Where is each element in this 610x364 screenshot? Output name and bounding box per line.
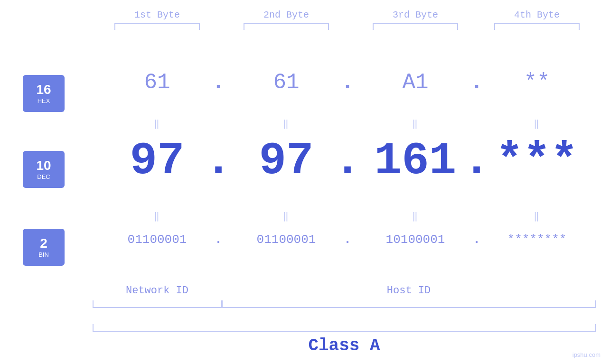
host-id-section: Host ID: [222, 285, 596, 308]
dec-badge-number: 10: [36, 159, 51, 172]
watermark-text: ipshu.com: [572, 351, 601, 358]
byte-title-4: 4th Byte: [514, 9, 560, 20]
eq1-2: ‖: [222, 118, 351, 130]
bin-val-2-group: 01100001: [222, 233, 351, 247]
hex-val-3: A1: [402, 70, 428, 95]
network-id-bracket: [93, 300, 222, 308]
main-diagram: 1st Byte 2nd Byte 3rd Byte 4th Byte 16 H…: [0, 0, 610, 364]
byte-header-2: 2nd Byte: [222, 9, 351, 30]
class-label-row: Class A: [93, 336, 596, 355]
byte-header-3: 3rd Byte: [351, 9, 480, 30]
dec-val-2: 97: [259, 135, 313, 187]
dec-val-4-group: ***: [480, 135, 594, 187]
eq2-1: ‖: [93, 210, 222, 222]
eq2-3: ‖: [351, 210, 480, 222]
eq1-3: ‖: [351, 118, 480, 130]
dec-val-1-group: 97: [93, 135, 222, 187]
hex-val-3-group: A1: [351, 70, 480, 95]
dec-val-3-group: 161: [351, 135, 480, 187]
hex-val-4-group: **: [480, 70, 594, 95]
bin-badge: 2 BIN: [23, 229, 65, 266]
hex-val-1-group: 61: [93, 70, 222, 95]
dec-val-3: 161: [375, 135, 457, 187]
byte-title-2: 2nd Byte: [263, 9, 309, 20]
eq1-1: ‖: [93, 118, 222, 130]
bin-val-4-group: ********: [480, 233, 594, 247]
hex-badge-label: HEX: [38, 97, 50, 104]
eq2-4: ‖: [480, 210, 594, 222]
dec-val-2-group: 97: [222, 135, 351, 187]
byte-title-1: 1st Byte: [134, 9, 180, 20]
hex-val-1: 61: [144, 70, 170, 95]
eq1-4: ‖: [480, 118, 594, 130]
network-id-section: Network ID: [93, 285, 222, 308]
network-id-label: Network ID: [126, 285, 188, 297]
dec-badge-label: DEC: [37, 173, 50, 180]
hex-val-2: 61: [273, 70, 299, 95]
watermark: ipshu.com: [572, 351, 601, 359]
dec-val-4: ***: [496, 135, 578, 187]
bin-badge-label: BIN: [38, 251, 49, 258]
bin-val-4: ********: [507, 233, 567, 247]
dec-badge: 10 DEC: [23, 151, 65, 188]
overall-bracket: [93, 324, 596, 332]
bin-val-1-group: 01100001: [93, 233, 222, 247]
hex-val-2-group: 61: [222, 70, 351, 95]
bracket-top-3: [373, 23, 458, 30]
hex-badge-number: 16: [36, 83, 51, 96]
bracket-top-1: [114, 23, 200, 30]
dec-val-1: 97: [130, 135, 184, 187]
bin-val-3-group: 10100001: [351, 233, 480, 247]
bin-val-3: 10100001: [386, 233, 445, 247]
bin-val-2: 01100001: [257, 233, 316, 247]
byte-header-1: 1st Byte: [93, 9, 222, 30]
class-label: Class A: [308, 336, 380, 355]
host-id-label: Host ID: [387, 285, 431, 297]
host-id-bracket: [222, 300, 596, 308]
hex-badge: 16 HEX: [23, 75, 65, 112]
bracket-top-2: [244, 23, 329, 30]
byte-title-3: 3rd Byte: [393, 9, 438, 20]
bin-val-1: 01100001: [128, 233, 187, 247]
hex-val-4: **: [524, 70, 550, 95]
bracket-top-4: [494, 23, 580, 30]
eq2-2: ‖: [222, 210, 351, 222]
bin-badge-number: 2: [40, 237, 47, 250]
byte-header-4: 4th Byte: [480, 9, 594, 30]
